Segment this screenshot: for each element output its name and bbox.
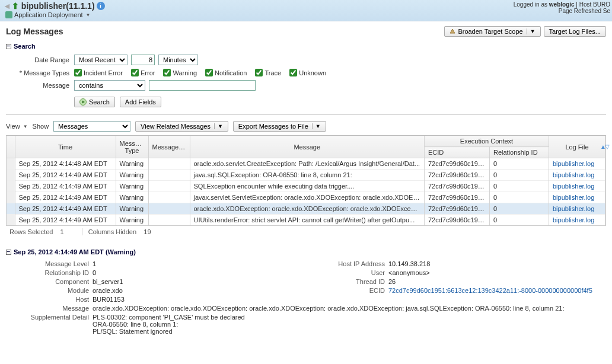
detail-field-label: User [314,269,385,276]
app-deployment-menu[interactable]: Application Deployment [14,11,83,18]
message-type-incident-error[interactable]: Incident Error [74,69,123,76]
add-fields-button[interactable]: Add Fields [120,97,161,107]
search-section-header[interactable]: − Search [6,43,606,50]
col-message-type[interactable]: Message Type [116,136,148,158]
rows-selected-label: Rows Selected [9,228,53,235]
detail-supplemental-label: Supplemental Detail [18,314,89,335]
detail-field-value: 1 [93,260,310,267]
row-handle[interactable] [7,192,15,203]
detail-field-value: 26 [388,278,606,285]
app-header: ◄ ⬆ bipublisher(11.1.1) i Logged in as w… [0,0,612,21]
col-log-file[interactable]: Log File [549,136,605,158]
col-ecid[interactable]: ECID [425,147,490,158]
show-messages-select[interactable]: Messages [53,121,130,132]
message-label: Message [9,82,74,89]
search-button[interactable]: Search [74,97,115,107]
page-title: bipublisher(11.1.1) [21,1,95,11]
detail-field-value: oracle.xdo [93,287,310,294]
row-handle[interactable] [7,181,15,192]
chevron-down-icon: ▼ [214,123,223,129]
info-icon[interactable]: i [97,2,105,10]
date-range-select[interactable]: Most Recent [74,55,128,65]
columns-hidden-label: Columns Hidden [88,228,136,235]
detail-field-label: Module [18,287,89,294]
detail-field-label: Relationship ID [18,269,89,276]
view-related-messages-button[interactable]: View Related Messages▼ [135,121,228,132]
columns-hidden-value: 19 [144,228,151,235]
message-type-trace[interactable]: Trace [255,69,281,76]
play-icon [79,98,87,106]
message-type-error[interactable]: Error [131,69,155,76]
log-file-link[interactable]: bipublisher.log [549,181,605,192]
detail-field-value: <anonymous> [388,269,606,276]
message-filter-input[interactable] [149,80,256,91]
table-row[interactable]: Sep 25, 2012 4:14:49 AM EDTWarningjava.s… [7,170,605,181]
message-types-group: Incident ErrorErrorWarningNotificationTr… [74,69,606,76]
rows-selected-value: 1 [60,228,64,235]
date-range-unit-select[interactable]: Minutes [158,55,198,65]
chevron-down-icon: ▼ [86,12,91,18]
detail-field-value: bi_server1 [93,278,310,285]
chevron-down-icon: ▼ [312,123,321,129]
log-file-link[interactable]: bipublisher.log [549,215,605,226]
col-message-id[interactable]: Message ID [148,136,190,158]
table-row[interactable]: Sep 25, 2012 4:14:48 AM EDTWarningoracle… [7,158,605,170]
table-row[interactable]: Sep 25, 2012 4:14:49 AM EDTWarningSQLExc… [7,181,605,192]
row-handle[interactable] [7,170,15,181]
log-messages-table: Time▲▽ Message Type Message ID Message E… [7,136,605,225]
collapse-icon[interactable]: − [6,250,11,255]
col-exec-context: Execution Context [425,136,549,147]
detail-field-value: 10.149.38.218 [388,260,606,267]
message-types-label: Message Types [9,69,74,76]
detail-message-value: oracle.xdo.XDOException: oracle.xdo.XDOE… [93,305,606,312]
log-file-link[interactable]: bipublisher.log [549,192,605,203]
row-handle[interactable] [7,158,15,170]
broaden-icon [450,28,455,34]
log-file-link[interactable]: bipublisher.log [549,158,605,170]
detail-field-value[interactable]: 72cd7c99d60c1951:6613ce12:139c3422a11:-8… [388,287,606,294]
detail-supplemental-value: PLS-00302: component 'PI_CASE' must be d… [93,314,606,335]
export-messages-button[interactable]: Export Messages to File▼ [233,121,326,132]
detail-field-value [388,296,606,303]
detail-field-label [314,296,385,303]
log-file-link[interactable]: bipublisher.log [549,170,605,181]
detail-field-label: Host [18,296,89,303]
row-handle[interactable] [7,203,15,215]
log-messages-heading: Log Messages [6,27,63,36]
broaden-scope-button[interactable]: Broaden Target Scope ▼ [444,26,540,37]
col-time[interactable]: Time▲▽ [15,136,116,158]
detail-field-value: 0 [93,269,310,276]
header-user-info: Logged in as weblogic | Host BURO Page R… [514,1,610,14]
view-menu[interactable]: View▼ [6,123,28,130]
log-file-link[interactable]: bipublisher.log [549,203,605,215]
detail-message-label: Message [18,305,89,312]
detail-field-label: Component [18,278,89,285]
detail-field-label: Message Level [18,260,89,267]
date-range-label: Date Range [9,56,74,63]
table-row[interactable]: Sep 25, 2012 4:14:49 AM EDTWarningjavax.… [7,192,605,203]
chevron-down-icon: ▼ [527,28,536,34]
detail-field-label: Thread ID [314,278,385,285]
detail-field-value: BUR01153 [93,296,310,303]
nav-back-icon[interactable]: ◄ [3,1,11,11]
target-log-files-button[interactable]: Target Log Files... [544,26,606,37]
detail-section-header[interactable]: − Sep 25, 2012 4:14:49 AM EDT (Warning) [6,248,606,256]
svg-marker-0 [450,29,455,33]
nav-up-icon[interactable]: ⬆ [12,1,19,11]
table-row[interactable]: Sep 25, 2012 4:14:49 AM EDTWarningUIUtil… [7,215,605,226]
table-row[interactable]: Sep 25, 2012 4:14:49 AM EDTWarningoracle… [7,203,605,215]
message-type-notification[interactable]: Notification [205,69,247,76]
detail-field-label: ECID [314,287,385,294]
collapse-icon[interactable]: − [6,44,11,49]
col-relationship-id[interactable]: Relationship ID [490,147,549,158]
detail-field-label: Host IP Address [314,260,385,267]
message-type-unknown[interactable]: Unknown [289,69,326,76]
show-label: Show [33,123,49,130]
application-icon [5,11,12,18]
message-type-warning[interactable]: Warning [163,69,197,76]
col-message[interactable]: Message [190,136,425,158]
chevron-down-icon: ▼ [23,124,28,129]
row-handle[interactable] [7,215,15,226]
date-range-value-input[interactable] [131,55,155,65]
message-operator-select[interactable]: contains [74,80,145,91]
